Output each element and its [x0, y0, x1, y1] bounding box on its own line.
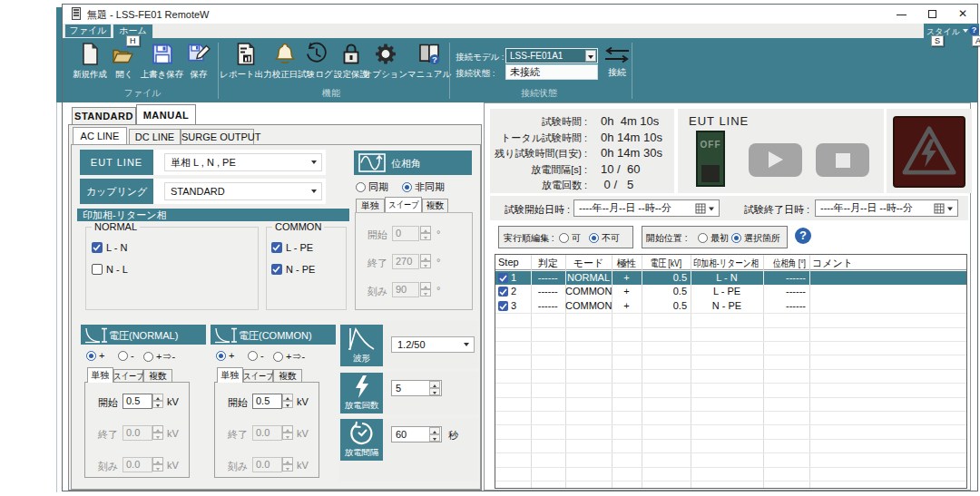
coupling-combobox[interactable]: STANDARD: [164, 182, 322, 200]
row-checkbox[interactable]: [498, 273, 508, 283]
radio-plus[interactable]: +: [86, 350, 104, 361]
test-end-datetime-picker[interactable]: ----年--月--日 --時--分: [815, 199, 958, 217]
discharge-count-input[interactable]: 5: [391, 380, 442, 396]
vc-step-spinner[interactable]: [282, 457, 293, 472]
table-row[interactable]: 1------NORMAL+0.5L - N------: [495, 271, 966, 285]
vc-end-input[interactable]: 0.0: [252, 425, 282, 441]
spin-down-icon[interactable]: [420, 289, 431, 297]
spin-up-icon[interactable]: [420, 226, 431, 233]
voltage-common-tab-single[interactable]: 単独: [217, 367, 243, 383]
checkbox-n-l[interactable]: N - L: [92, 264, 128, 275]
vn-end-input[interactable]: 0.0: [122, 425, 152, 441]
table-row[interactable]: 3------COMMON+0.5N - PE------: [495, 299, 966, 313]
test-start-datetime-picker[interactable]: ----年--月--日 --時--分: [573, 199, 720, 217]
vn-step-input[interactable]: 0.0: [122, 457, 152, 472]
discharge-interval-spinner[interactable]: [429, 427, 440, 443]
voltage-normal-tab-sweep[interactable]: スイープ: [113, 369, 143, 383]
discharge-count-spinner[interactable]: [429, 381, 440, 396]
tab-ac-line[interactable]: AC LINE: [73, 127, 127, 144]
radio-order-allow[interactable]: 可: [559, 232, 581, 245]
radio-async[interactable]: 非同期: [402, 181, 445, 192]
spin-down-icon[interactable]: [429, 434, 440, 442]
column-header[interactable]: 位相角 [°]: [772, 257, 806, 270]
vc-end-spinner[interactable]: [282, 425, 293, 441]
options-button[interactable]: オプション: [362, 42, 409, 81]
phase-angle-tab-multi[interactable]: 複数: [422, 199, 448, 212]
column-header[interactable]: コメント: [812, 257, 853, 270]
help-icon[interactable]: ?: [969, 25, 979, 35]
maximize-button[interactable]: [916, 5, 947, 24]
eut-line-switch[interactable]: OFF: [696, 131, 725, 187]
radio-start-first[interactable]: 最初: [698, 232, 729, 245]
radio-minus[interactable]: -: [118, 350, 134, 361]
checkbox-l-pe[interactable]: L - PE: [271, 242, 313, 253]
vn-start-spinner[interactable]: [152, 394, 163, 409]
help-button[interactable]: ?: [795, 228, 811, 244]
eut-line-combobox[interactable]: 単相 L , N , PE: [164, 153, 322, 171]
column-header[interactable]: Step: [498, 257, 519, 267]
spin-up-icon[interactable]: [152, 425, 163, 433]
connect-button[interactable]: 接続: [603, 45, 632, 82]
spin-down-icon[interactable]: [420, 233, 431, 240]
phase-angle-tab-sweep[interactable]: スイープ: [385, 197, 422, 212]
spin-down-icon[interactable]: [420, 261, 431, 268]
radio-plusminus[interactable]: +⇒-: [143, 350, 175, 364]
phase-step-spinner[interactable]: [420, 282, 431, 297]
tab-file[interactable]: ファイル: [64, 24, 112, 38]
radio-start-selected[interactable]: 選択箇所: [731, 232, 780, 245]
spin-up-icon[interactable]: [282, 425, 293, 433]
tab-manual[interactable]: MANUAL: [136, 104, 196, 124]
phase-start-input[interactable]: 0: [392, 226, 419, 241]
close-button[interactable]: ✕: [947, 5, 978, 24]
radio-sync[interactable]: 同期: [356, 181, 388, 192]
start-test-button[interactable]: [749, 143, 802, 177]
phase-step-input[interactable]: 90: [392, 282, 419, 297]
voltage-common-tab-sweep[interactable]: スイープ: [243, 369, 273, 383]
minimize-button[interactable]: [886, 5, 916, 24]
checkbox-n-pe[interactable]: N - PE: [271, 264, 315, 275]
radio-minus[interactable]: -: [248, 350, 264, 361]
voltage-common-tab-multi[interactable]: 複数: [273, 369, 302, 383]
spin-down-icon[interactable]: [282, 401, 293, 408]
vn-end-spinner[interactable]: [152, 425, 163, 441]
row-checkbox[interactable]: [498, 301, 508, 311]
spin-down-icon[interactable]: [282, 433, 293, 440]
vc-step-input[interactable]: 0.0: [252, 457, 282, 472]
voltage-normal-tab-single[interactable]: 単独: [87, 367, 113, 383]
tab-surge-output[interactable]: SURGE OUTPUT: [181, 129, 254, 144]
radio-plus[interactable]: +: [216, 350, 234, 361]
column-header[interactable]: 印加相-リターン相: [693, 257, 759, 270]
conn-model-dropdown-icon[interactable]: [585, 50, 596, 62]
spin-up-icon[interactable]: [420, 254, 431, 261]
spin-up-icon[interactable]: [152, 394, 163, 401]
spin-up-icon[interactable]: [282, 394, 293, 401]
phase-start-spinner[interactable]: [420, 226, 431, 241]
phase-end-spinner[interactable]: [420, 254, 431, 269]
column-header[interactable]: 電圧 [kV]: [647, 257, 685, 270]
spin-down-icon[interactable]: [152, 464, 163, 472]
voltage-normal-tab-multi[interactable]: 複数: [143, 369, 172, 383]
row-checkbox[interactable]: [498, 287, 508, 297]
save-as-button[interactable]: 保存: [181, 42, 217, 81]
vn-step-spinner[interactable]: [152, 457, 163, 472]
column-header[interactable]: モード: [565, 257, 612, 270]
waveform-combobox[interactable]: 1.2/50: [391, 336, 475, 353]
spin-down-icon[interactable]: [429, 388, 440, 395]
stop-test-button[interactable]: [816, 143, 869, 177]
spin-up-icon[interactable]: [420, 282, 431, 289]
phase-angle-tab-single[interactable]: 単独: [356, 199, 385, 212]
checkbox-l-n[interactable]: L - N: [92, 242, 127, 253]
radio-order-deny[interactable]: 不可: [589, 232, 620, 245]
spin-up-icon[interactable]: [429, 427, 440, 434]
table-row[interactable]: 2------COMMON+0.5L - PE------: [495, 285, 966, 298]
spin-up-icon[interactable]: [429, 381, 440, 388]
tab-dc-line[interactable]: DC LINE: [129, 129, 181, 144]
vc-start-input[interactable]: 0.5: [252, 394, 282, 409]
spin-up-icon[interactable]: [152, 457, 163, 464]
spin-down-icon[interactable]: [152, 401, 163, 408]
discharge-interval-input[interactable]: 60: [391, 426, 442, 443]
tab-standard[interactable]: STANDARD: [72, 107, 136, 124]
column-header[interactable]: 極性: [612, 257, 642, 270]
manual-button[interactable]: ? マニュアル: [406, 42, 453, 81]
spin-down-icon[interactable]: [282, 464, 293, 472]
